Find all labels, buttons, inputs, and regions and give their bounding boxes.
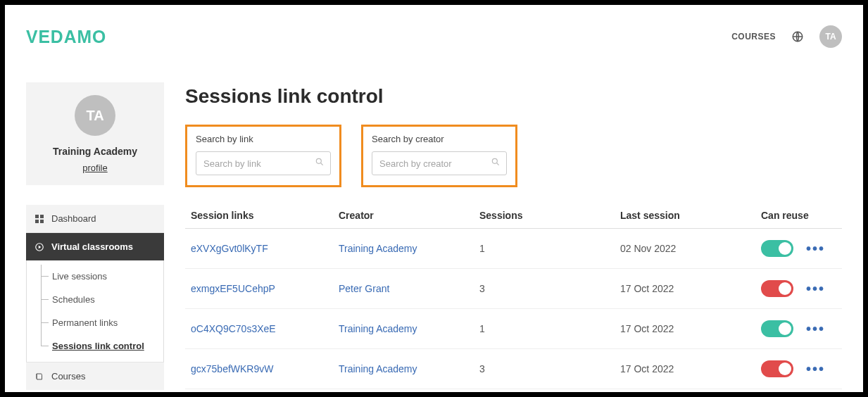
sidebar-item-virtual-classrooms[interactable]: Virtual classrooms xyxy=(26,232,164,260)
search-by-creator-box: Search by creator xyxy=(361,125,517,187)
col-creator[interactable]: Creator xyxy=(333,203,474,229)
last-session-date: 02 Nov 2022 xyxy=(615,229,755,269)
page-title: Sessions link control xyxy=(185,85,842,108)
last-session-date: 17 Oct 2022 xyxy=(615,309,755,349)
sidebar: TA Training Academy profile Dashboard xyxy=(26,82,164,392)
search-link-input[interactable] xyxy=(196,158,330,169)
avatar-large: TA xyxy=(75,95,115,136)
session-link[interactable]: gcx75befWKR9vW xyxy=(191,363,273,374)
sidebar-item-label: Courses xyxy=(51,371,85,382)
search-icon xyxy=(491,157,501,170)
sidebar-sub-live-sessions[interactable]: Live sessions xyxy=(41,265,163,288)
nav-courses[interactable]: COURSES xyxy=(731,32,776,42)
session-link[interactable]: oC4XQ9C70s3XeE xyxy=(191,323,276,334)
sessions-count: 3 xyxy=(474,269,615,309)
reuse-toggle[interactable] xyxy=(761,320,793,337)
sidebar-sub-sessions-link-control[interactable]: Sessions link control xyxy=(41,334,163,358)
svg-rect-3 xyxy=(35,220,39,223)
search-by-link-box: Search by link xyxy=(185,125,341,187)
sidebar-sub-permanent-links[interactable]: Permanent links xyxy=(41,311,163,334)
search-link-label: Search by link xyxy=(196,134,331,144)
globe-icon[interactable] xyxy=(791,30,804,43)
org-name: Training Academy xyxy=(33,146,157,157)
col-last-session[interactable]: Last session xyxy=(615,203,755,229)
reuse-toggle[interactable] xyxy=(761,280,793,297)
table-row: exmgxEF5UCehpP Peter Grant 3 17 Oct 2022… xyxy=(185,269,842,309)
search-creator-input[interactable] xyxy=(372,158,506,169)
creator-link[interactable]: Training Academy xyxy=(339,323,417,334)
avatar[interactable]: TA xyxy=(819,25,842,48)
book-icon xyxy=(34,372,44,382)
profile-link[interactable]: profile xyxy=(82,163,107,173)
table-row: eXVXgGvt0lKyTF Training Academy 1 02 Nov… xyxy=(185,229,842,269)
creator-link[interactable]: Training Academy xyxy=(339,243,417,254)
last-session-date: 17 Oct 2022 xyxy=(615,349,755,389)
session-link[interactable]: exmgxEF5UCehpP xyxy=(191,283,275,294)
search-creator-label: Search by creator xyxy=(372,134,507,144)
reuse-toggle[interactable] xyxy=(761,360,793,377)
creator-link[interactable]: Training Academy xyxy=(339,363,417,374)
more-actions-icon[interactable]: ••• xyxy=(806,362,825,376)
more-actions-icon[interactable]: ••• xyxy=(806,282,825,296)
search-icon xyxy=(315,157,325,170)
grid-icon xyxy=(34,214,44,224)
creator-link[interactable]: Peter Grant xyxy=(339,283,389,294)
table-row: gcx75befWKR9vW Training Academy 3 17 Oct… xyxy=(185,349,842,389)
sidebar-item-label: Virtual classrooms xyxy=(51,241,133,252)
sessions-count: 1 xyxy=(474,229,615,269)
sidebar-sub-schedules[interactable]: Schedules xyxy=(41,288,163,311)
sessions-count: 1 xyxy=(474,309,615,349)
svg-point-6 xyxy=(316,158,321,163)
profile-box: TA Training Academy profile xyxy=(26,82,164,185)
reuse-toggle[interactable] xyxy=(761,240,793,257)
brand-logo[interactable]: VEDAMO xyxy=(26,26,106,48)
col-sessions[interactable]: Sessions xyxy=(474,203,615,229)
sidebar-item-dashboard[interactable]: Dashboard xyxy=(26,205,164,232)
svg-rect-2 xyxy=(40,215,44,218)
more-actions-icon[interactable]: ••• xyxy=(806,322,825,336)
sessions-table: Session links Creator Sessions Last sess… xyxy=(185,203,842,389)
col-can-reuse[interactable]: Can reuse xyxy=(755,203,842,229)
sidebar-item-courses[interactable]: Courses xyxy=(26,362,164,390)
table-row: oC4XQ9C70s3XeE Training Academy 1 17 Oct… xyxy=(185,309,842,349)
sidebar-item-label: Dashboard xyxy=(51,213,96,224)
play-circle-icon xyxy=(34,242,44,252)
more-actions-icon[interactable]: ••• xyxy=(806,241,825,256)
sessions-count: 3 xyxy=(474,349,615,389)
svg-point-7 xyxy=(492,158,497,163)
session-link[interactable]: eXVXgGvt0lKyTF xyxy=(191,243,268,254)
svg-rect-4 xyxy=(40,220,44,223)
col-session-links[interactable]: Session links xyxy=(185,203,333,229)
last-session-date: 17 Oct 2022 xyxy=(615,269,755,309)
svg-rect-1 xyxy=(35,215,39,218)
